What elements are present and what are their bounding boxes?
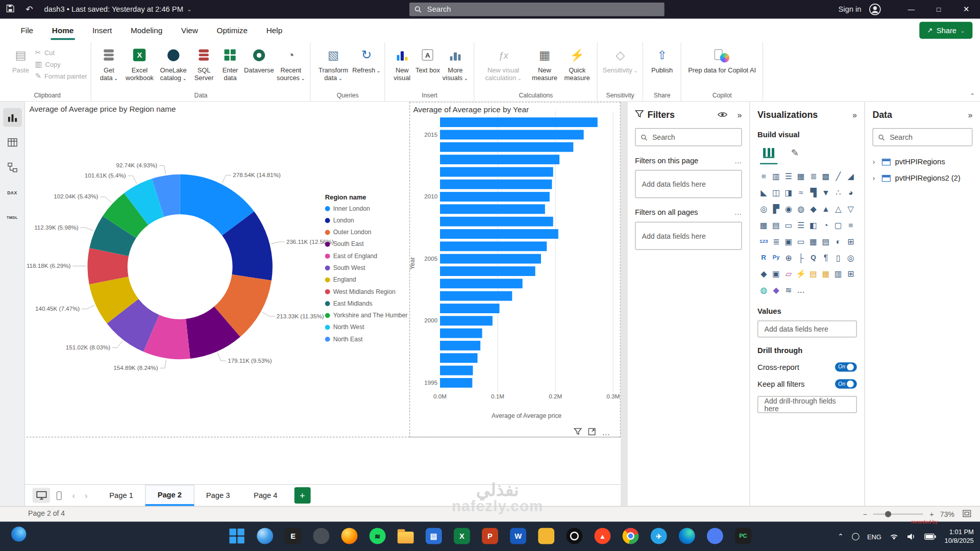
visual-type-list-slicer[interactable]: ≡ <box>844 217 856 233</box>
global-search-input[interactable] <box>426 5 659 15</box>
more-options-icon[interactable]: … <box>734 156 742 165</box>
build-visual-tab[interactable] <box>757 143 780 163</box>
donut-chart-visual[interactable]: Average of Average price by Region name … <box>26 102 409 438</box>
get-more-visuals-button[interactable]: … <box>795 282 807 298</box>
menu-tab-home[interactable]: Home <box>42 19 83 43</box>
ribbon-button-dataverse[interactable]: Dataverse <box>243 42 276 90</box>
taskbar-brave-icon[interactable]: ▲ <box>593 525 612 547</box>
minimize-button[interactable]: — <box>897 0 925 19</box>
visual-type-clustered-column-chart[interactable]: ▦ <box>795 168 807 184</box>
visual-type-funnel-chart[interactable]: ▼ <box>820 184 832 201</box>
visual-type-azure-map[interactable]: ▲ <box>820 201 832 217</box>
ribbon-button-enter-data[interactable]: Enter data <box>218 42 243 90</box>
drill-through-dropzone[interactable]: Add drill-through fields here <box>757 396 857 413</box>
visual-type-marketplace-visual[interactable]: ⊞ <box>844 265 856 282</box>
zoom-slider-handle[interactable] <box>885 511 891 517</box>
legend-item[interactable]: Yorkshire and The Humber <box>325 309 409 321</box>
bar-2014[interactable] <box>440 142 573 152</box>
report-canvas[interactable]: Average of Average price by Region name … <box>25 102 621 484</box>
legend-item[interactable]: North West <box>325 321 409 333</box>
menu-tab-view[interactable]: View <box>172 19 208 43</box>
bar-2005[interactable] <box>440 254 541 264</box>
table-view-button[interactable] <box>3 133 22 152</box>
visual-type-card[interactable]: ▭ <box>782 217 795 233</box>
legend-item[interactable]: North East <box>325 333 409 345</box>
save-icon[interactable] <box>6 5 14 15</box>
battery-icon[interactable] <box>924 533 936 539</box>
wifi-icon[interactable] <box>890 533 899 540</box>
visual-type-slicer[interactable]: ▽ <box>844 201 856 217</box>
visual-type-metrics-visual[interactable]: ◆ <box>757 265 770 282</box>
collapse-pane-icon[interactable]: » <box>968 110 972 119</box>
bar-chart-visual[interactable]: Average of Average price by Year Year 20… <box>409 102 621 438</box>
visual-type-python-visual[interactable]: Py <box>770 249 782 266</box>
bar-2009[interactable] <box>440 204 545 214</box>
dax-query-view-button[interactable]: DAX <box>3 183 22 202</box>
taskbar-app-dark-icon[interactable] <box>312 525 331 547</box>
visual-type-grid-table[interactable]: ▦ <box>807 233 819 249</box>
data-search-input[interactable] <box>889 133 967 141</box>
page-tab-4[interactable]: Page 4 <box>242 485 289 506</box>
new-page-button[interactable]: + <box>295 487 311 504</box>
clock[interactable]: 1:01 PM 10/8/2025 <box>945 528 974 545</box>
bar-2008[interactable] <box>440 217 553 227</box>
data-search[interactable] <box>872 128 972 146</box>
legend-item[interactable]: Inner London <box>325 203 409 214</box>
visual-type-narrative-visual[interactable]: ¶ <box>820 249 832 266</box>
desktop-layout-button[interactable] <box>33 488 50 503</box>
bar-1997[interactable] <box>440 353 477 363</box>
mobile-layout-button[interactable] <box>50 488 67 503</box>
ribbon-button-excel-workbook[interactable]: XExcel workbook <box>122 42 156 90</box>
legend-item[interactable]: East Midlands <box>325 297 409 309</box>
values-dropzone[interactable]: Add data fields here <box>757 320 857 337</box>
ribbon-button-publish[interactable]: ⇧Publish <box>647 42 677 90</box>
visual-type-stacked-area-chart[interactable]: ◣ <box>757 184 770 201</box>
bar-2013[interactable] <box>440 155 559 164</box>
taskbar-firefox-icon[interactable] <box>340 525 359 547</box>
visual-type-semi-donut[interactable]: ◐ <box>832 233 844 249</box>
menu-tab-file[interactable]: File <box>11 19 42 43</box>
visual-type-arcgis-map[interactable]: △ <box>832 201 844 217</box>
legend-item[interactable]: South East <box>325 238 409 250</box>
next-page-button[interactable]: › <box>80 490 92 500</box>
menu-tab-modeling[interactable]: Modeling <box>121 19 172 43</box>
visual-type-decomposition-tree[interactable]: ├ <box>795 249 807 266</box>
bar-2007[interactable] <box>440 229 558 239</box>
zoom-in-button[interactable]: + <box>929 510 934 518</box>
more-options-icon[interactable]: … <box>734 208 742 217</box>
ribbon-collapse-button[interactable]: ⌃ <box>970 92 975 99</box>
cross-report-toggle[interactable]: On <box>835 362 857 371</box>
bar-1995[interactable] <box>440 378 472 388</box>
focus-mode-icon[interactable] <box>588 427 596 438</box>
taskbar-excel-icon[interactable]: X <box>453 525 472 547</box>
visual-type-pinned-tile[interactable]: ▣ <box>770 265 782 282</box>
bar-1999[interactable] <box>440 329 482 338</box>
visual-type-text-list-visual[interactable]: ≣ <box>770 233 782 249</box>
expand-chevron-icon[interactable]: › <box>872 158 877 166</box>
ribbon-button-get-data[interactable]: Get data⌄ <box>95 42 123 90</box>
ribbon-button-transform-data[interactable]: ▧Transform data⌄ <box>314 42 352 90</box>
ribbon-button-onelake-catalog[interactable]: OneLake catalog⌄ <box>157 42 190 90</box>
page-tab-2[interactable]: Page 2 <box>145 485 194 506</box>
taskbar-app-blue-icon[interactable] <box>705 525 724 547</box>
taskbar-microsoft-store-icon[interactable]: ▤ <box>424 525 443 547</box>
zoom-slider[interactable] <box>873 514 923 515</box>
previous-page-button[interactable]: ‹ <box>67 490 80 500</box>
visual-type-kpi[interactable]: ◧ <box>807 217 819 233</box>
taskbar-chrome-icon[interactable] <box>621 525 640 547</box>
visual-type-power-automate-visual[interactable]: ⚡ <box>795 265 807 282</box>
tray-security-icon[interactable] <box>851 533 859 540</box>
language-indicator[interactable]: ENG <box>867 533 881 540</box>
visual-type-key-influencers[interactable]: ⊕ <box>782 249 795 266</box>
collapse-pane-icon[interactable]: » <box>852 110 857 119</box>
page-tab-3[interactable]: Page 3 <box>194 485 242 506</box>
bar-2002[interactable] <box>440 291 512 301</box>
page-tab-1[interactable]: Page 1 <box>97 485 145 506</box>
expand-chevron-icon[interactable]: › <box>872 173 877 182</box>
visual-type-stacked-bar-chart[interactable]: ≡ <box>757 168 770 184</box>
legend-item[interactable]: Outer London <box>325 226 409 238</box>
visual-type-reference-label-card[interactable]: ▭ <box>795 233 807 249</box>
taskbar-widgets-icon[interactable] <box>11 527 26 541</box>
visual-type-power-apps-visual[interactable]: ▱ <box>782 265 795 282</box>
taskbar-spotify-icon[interactable]: ≋ <box>368 525 387 547</box>
